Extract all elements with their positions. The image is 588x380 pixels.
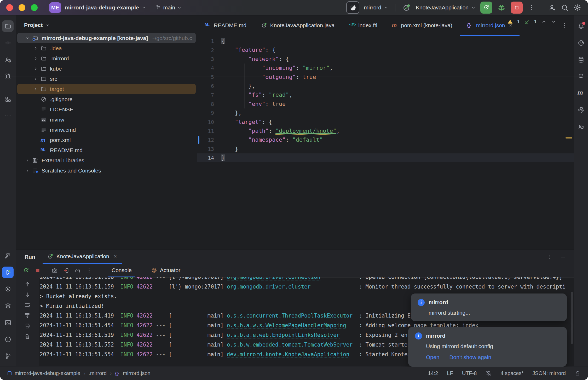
project-avatar[interactable]: ME: [49, 2, 61, 13]
more-options-icon[interactable]: [547, 254, 553, 260]
tool-stripe-learn-tool[interactable]: ?: [2, 54, 14, 65]
logger-link[interactable]: dev.mirrord.knote.KnoteJavaApplication: [227, 351, 349, 358]
vcs-widget[interactable]: main: [155, 4, 182, 11]
tool-stripe-commit-tool[interactable]: [2, 37, 14, 49]
logger-link[interactable]: o.s.b.a.e.web.EndpointLinksResolver: [227, 332, 340, 338]
close-window-button[interactable]: [6, 4, 13, 11]
more-actions-button[interactable]: [86, 267, 92, 274]
tool-stripe-project-tool[interactable]: [2, 20, 14, 32]
tool-stripe-terminal-tool[interactable]: [2, 317, 14, 328]
debug-icon[interactable]: [497, 3, 506, 12]
close-icon[interactable]: ×: [114, 253, 117, 260]
tool-stripe-dependencies-tool[interactable]: [2, 300, 14, 312]
code-line-6[interactable]: 6 },: [197, 82, 574, 90]
tool-stripe-services-tool[interactable]: [2, 283, 14, 295]
breadcrumb-item[interactable]: .mirrord: [89, 370, 107, 376]
chevron-right-icon[interactable]: [24, 169, 31, 173]
mirrord-dropdown[interactable]: mirrord: [364, 4, 389, 11]
tree-item-target[interactable]: target: [17, 84, 196, 94]
tree-item-license[interactable]: LICENSE: [17, 104, 196, 114]
code-line-9[interactable]: 9 },: [197, 108, 574, 117]
search-icon[interactable]: [561, 4, 569, 11]
add-user-icon[interactable]: [548, 4, 556, 11]
tool-stripe-maven-tool[interactable]: m: [575, 87, 587, 99]
clear-console-button[interactable]: [24, 333, 31, 340]
thread-dump-button[interactable]: [51, 267, 58, 274]
notification-action-open[interactable]: Open: [426, 354, 439, 360]
chevron-right-icon[interactable]: [32, 46, 40, 50]
tool-stripe-problems-tool[interactable]: [2, 333, 14, 345]
editor-tab-pom-xml-knote-java[interactable]: mpom.xml (knote-java): [385, 15, 460, 36]
tool-stripe-database-tool[interactable]: [575, 54, 587, 65]
inspections-widget[interactable]: 1 1: [507, 19, 557, 25]
code-line-8[interactable]: 8 "env": true: [197, 100, 574, 108]
chevron-up-icon[interactable]: [541, 19, 547, 25]
stop-button[interactable]: [511, 2, 523, 14]
tree-item-readme-md[interactable]: M↓README.md: [17, 145, 196, 155]
logger-link[interactable]: org.mongodb.driver.connection: [227, 277, 320, 280]
chevron-down-icon[interactable]: [24, 36, 31, 40]
stop-button[interactable]: [34, 267, 41, 274]
tool-stripe-build-tool[interactable]: [2, 250, 14, 261]
status-readonly-toggle[interactable]: [575, 370, 581, 376]
status-file-encoding[interactable]: UTF-8: [462, 370, 477, 376]
tree-item-mvnw[interactable]: mvnw: [17, 114, 196, 125]
chevron-right-icon[interactable]: [32, 67, 40, 71]
tool-stripe-notifications[interactable]: [575, 20, 587, 32]
notification-balloon[interactable]: imirrordUsing mirrord default configOpen…: [408, 327, 567, 367]
zoom-window-button[interactable]: [31, 4, 38, 11]
notification-balloon[interactable]: imirrordmirrord starting...: [411, 293, 567, 321]
next-occurrence-button[interactable]: [24, 291, 31, 298]
tool-stripe-structure-tool[interactable]: [2, 93, 14, 105]
editor-tab-knotejavaapplication-java[interactable]: KnoteJavaApplication.java: [254, 15, 342, 36]
code-line-2[interactable]: 2 "feature": {: [197, 45, 574, 54]
tool-stripe-python-packages-tool[interactable]: [575, 104, 587, 116]
run-config-dropdown[interactable]: KnoteJavaApplication: [416, 4, 476, 11]
tool-stripe-more-tools[interactable]: [2, 110, 14, 122]
tree-item-mvnw-cmd[interactable]: mvnw.cmd: [17, 125, 196, 135]
status-highlighting-toggle[interactable]: [486, 370, 492, 376]
chevron-right-icon[interactable]: [32, 87, 40, 91]
editor-tab-index-ftl[interactable]: <#>index.ftl: [342, 15, 384, 36]
code-line-14[interactable]: 14}: [197, 153, 574, 162]
tree-item-idea[interactable]: .idea: [17, 43, 196, 53]
tool-stripe-gradle-tool[interactable]: [575, 71, 587, 82]
tree-item-kube[interactable]: kube: [17, 64, 196, 74]
status-indent-style[interactable]: 4 spaces*: [500, 370, 523, 376]
code-line-3[interactable]: 3 "network": {: [197, 55, 574, 64]
console-tab[interactable]: Console: [108, 264, 135, 277]
mirrord-toggle-button[interactable]: [346, 1, 359, 14]
status-caret-position[interactable]: 14:2: [428, 370, 438, 376]
editor-tab-mirrord-json[interactable]: {}mirrord.json×: [460, 15, 520, 36]
rerun-button[interactable]: [23, 267, 29, 274]
tree-item-pom-xml[interactable]: mpom.xml: [17, 135, 196, 145]
tool-stripe-git-tool[interactable]: [2, 350, 14, 362]
warning-stripe-mark[interactable]: [566, 137, 572, 139]
code-line-5[interactable]: 5 "outgoing": true: [197, 73, 574, 82]
attach-debugger-button[interactable]: [63, 267, 69, 274]
soft-wrap-button[interactable]: [24, 302, 31, 308]
tool-stripe-pull-requests-tool[interactable]: [2, 71, 14, 82]
code-line-10[interactable]: 10 "target": {: [197, 118, 574, 126]
actuator-gauge-button[interactable]: [74, 267, 81, 274]
chevron-down-icon[interactable]: [551, 19, 557, 25]
hide-panel-icon[interactable]: [560, 254, 566, 260]
editor-tab-readme-md[interactable]: M↓README.md: [197, 15, 254, 36]
notification-action-don-t-show-again[interactable]: Don't show again: [449, 354, 491, 360]
tree-item-src[interactable]: src: [17, 74, 196, 84]
rerun-button[interactable]: [480, 2, 492, 14]
tree-item-gitignore[interactable]: .gitignore: [17, 94, 196, 104]
code-line-7[interactable]: 7 "fs": "read",: [197, 90, 574, 99]
status-file-type[interactable]: JSON: mirrord: [532, 370, 566, 376]
more-actions-icon[interactable]: [527, 4, 535, 11]
chevron-right-icon[interactable]: [32, 56, 40, 61]
tool-stripe-code-with-me-tool[interactable]: [575, 121, 587, 132]
logger-link[interactable]: org.mongodb.driver.cluster: [227, 284, 311, 290]
scroll-to-end-button[interactable]: [24, 312, 31, 319]
code-line-13[interactable]: 13 }: [197, 145, 574, 153]
code-line-1[interactable]: 1{: [197, 37, 574, 45]
code-area[interactable]: 1{2 "feature": {3 "network": {4 "incomin…: [197, 37, 574, 250]
actuator-tab[interactable]: Actuator: [147, 264, 184, 277]
kebab-icon[interactable]: [560, 22, 568, 30]
project-widget[interactable]: mirrord-java-debug-example: [61, 4, 146, 11]
